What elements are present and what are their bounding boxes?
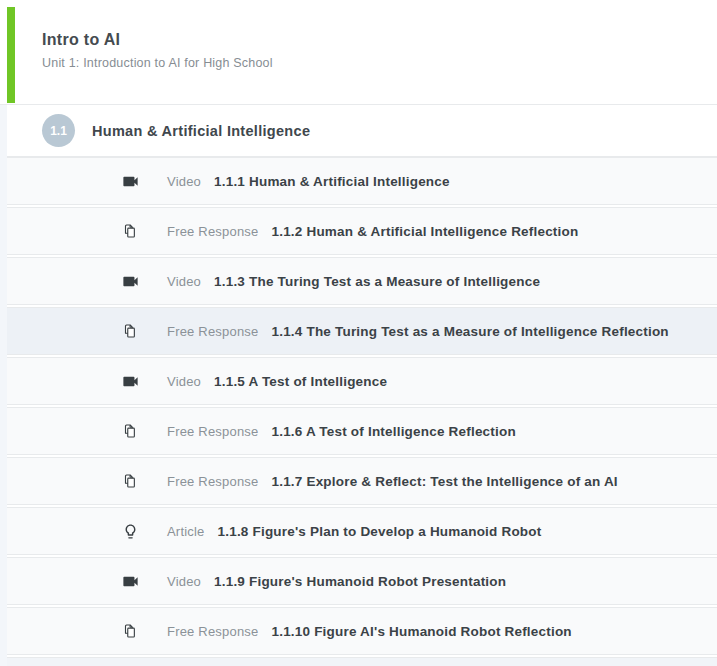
list-item[interactable]: Free Response 1.1.4 The Turing Test as a… [7,307,717,355]
course-subtitle: Unit 1: Introduction to AI for High Scho… [42,56,697,70]
course-title: Intro to AI [42,31,697,49]
item-title: 1.1.7 Explore & Reflect: Test the Intell… [271,474,617,489]
item-title: 1.1.3 The Turing Test as a Measure of In… [214,274,540,289]
list-item[interactable]: Free Response 1.1.6 A Test of Intelligen… [7,407,717,455]
copy-pages-icon [120,622,140,640]
list-item[interactable]: Video 1.1.5 A Test of Intelligence [7,357,717,405]
list-item[interactable]: Free Response 1.1.7 Explore & Reflect: T… [7,457,717,505]
item-title: 1.1.6 A Test of Intelligence Reflection [271,424,515,439]
list-item[interactable]: Video 1.1.1 Human & Artificial Intellige… [7,157,717,205]
section-title: Human & Artificial Intelligence [92,123,310,139]
lightbulb-icon [120,523,140,540]
list-item[interactable]: Free Response 1.1.10 Figure AI's Humanoi… [7,607,717,655]
lesson-list: Video 1.1.1 Human & Artificial Intellige… [7,157,717,666]
video-camera-icon [120,172,140,191]
copy-pages-icon [120,472,140,490]
copy-pages-icon [120,322,140,340]
copy-pages-icon [120,422,140,440]
item-type-label: Free Response [167,324,258,339]
item-type-label: Free Response [167,624,258,639]
video-camera-icon [120,572,140,591]
item-type-label: Free Response [167,474,258,489]
item-type-label: Video [167,174,201,189]
course-header: Intro to AI Unit 1: Introduction to AI f… [0,0,717,105]
copy-pages-icon [120,222,140,240]
video-camera-icon [120,272,140,291]
item-type-label: Video [167,274,201,289]
list-item[interactable]: Free Response 1.1.2 Human & Artificial I… [7,207,717,255]
item-type-label: Free Response [167,224,258,239]
section-header[interactable]: 1.1 Human & Artificial Intelligence [7,105,717,157]
list-item[interactable]: Video 1.1.9 Figure's Humanoid Robot Pres… [7,557,717,605]
list-item[interactable]: Video 1.1.3 The Turing Test as a Measure… [7,257,717,305]
item-title: 1.1.4 The Turing Test as a Measure of In… [271,324,668,339]
section-number-badge: 1.1 [42,114,75,147]
item-title: 1.1.8 Figure's Plan to Develop a Humanoi… [218,524,542,539]
item-type-label: Video [167,574,201,589]
item-title: 1.1.9 Figure's Humanoid Robot Presentati… [214,574,506,589]
list-item-partial[interactable] [7,657,717,666]
item-title: 1.1.1 Human & Artificial Intelligence [214,174,450,189]
item-title: 1.1.10 Figure AI's Humanoid Robot Reflec… [271,624,571,639]
item-type-label: Free Response [167,424,258,439]
list-item[interactable]: Article 1.1.8 Figure's Plan to Develop a… [7,507,717,555]
item-title: 1.1.5 A Test of Intelligence [214,374,387,389]
item-title: 1.1.2 Human & Artificial Intelligence Re… [271,224,578,239]
video-camera-icon [120,372,140,391]
item-type-label: Video [167,374,201,389]
green-accent-bar [7,7,15,103]
item-type-label: Article [167,524,205,539]
